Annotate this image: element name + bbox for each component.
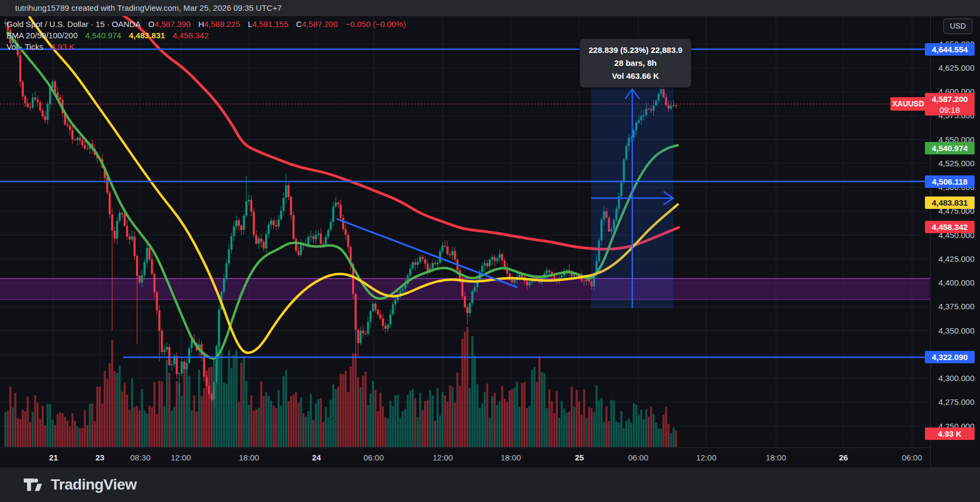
price-tick-label: 4,525.000 <box>938 159 975 168</box>
time-tick-label: 25 <box>575 453 584 462</box>
time-axis[interactable]: 212308:3012:0018:002406:0012:0018:002506… <box>0 447 930 467</box>
price-badge: 4,540.974 <box>925 142 975 154</box>
price-badge: 4,322.090 <box>925 351 975 363</box>
tradingview-logo-icon <box>23 475 44 494</box>
time-tick-label: 06:00 <box>902 453 922 462</box>
time-tick-label: 12:00 <box>432 453 453 462</box>
time-tick-label: 24 <box>312 453 321 462</box>
price-tick-label: 4,625.000 <box>938 63 975 72</box>
measure-tooltip: 228.839 (5.23%) 22,883.9 28 bars, 8h Vol… <box>580 39 691 87</box>
price-badge: 4,458.342 <box>925 221 975 233</box>
price-badge: 4,644.554 <box>925 43 975 56</box>
tradingview-chart-window: tutrihung15789 created with TradingView.… <box>0 0 980 502</box>
time-tick-label: 18:00 <box>766 453 786 462</box>
price-tick-label: 4,425.000 <box>938 254 975 263</box>
time-tick-label: 18:00 <box>239 453 259 462</box>
price-tick-label: 4,300.000 <box>938 374 975 383</box>
time-tick-label: 06:00 <box>628 453 648 462</box>
time-tick-label: 12:00 <box>696 453 717 462</box>
chart-canvas[interactable] <box>0 0 980 502</box>
currency-toggle-button[interactable]: USD <box>943 18 972 34</box>
time-tick-label: 21 <box>49 453 58 462</box>
tradingview-logo-text: TradingView <box>51 476 137 493</box>
time-tick-label: 23 <box>96 453 105 462</box>
price-badge: 4.93 K <box>925 428 975 440</box>
footer-bar: TradingView <box>0 467 980 502</box>
time-tick-label: 08:30 <box>130 453 151 462</box>
time-tick-label: 06:00 <box>363 453 384 462</box>
price-tick-label: 4,350.000 <box>938 326 975 335</box>
price-badge: 4,587.20009:18 <box>925 93 975 116</box>
time-tick-label: 12:00 <box>171 453 191 462</box>
tradingview-logo[interactable]: TradingView <box>23 475 137 494</box>
price-tick-label: 4,375.000 <box>938 302 975 311</box>
measure-range: 228.839 (5.23%) 22,883.9 <box>583 44 688 57</box>
price-axis[interactable]: 4,650.0004,625.0004,600.0004,575.0004,55… <box>930 16 980 467</box>
time-tick-label: 26 <box>839 453 848 462</box>
measure-bars: 28 bars, 8h <box>583 57 688 70</box>
price-badge: 4,483.831 <box>925 196 975 209</box>
price-tick-label: 4,275.000 <box>938 397 975 406</box>
measure-volume: Vol 463.66 K <box>583 70 688 83</box>
price-tick-label: 4,400.000 <box>938 278 975 287</box>
price-badge: 4,506.118 <box>925 175 975 188</box>
time-tick-label: 18:00 <box>501 453 521 462</box>
symbol-price-tag: XAUUSD <box>890 97 926 111</box>
